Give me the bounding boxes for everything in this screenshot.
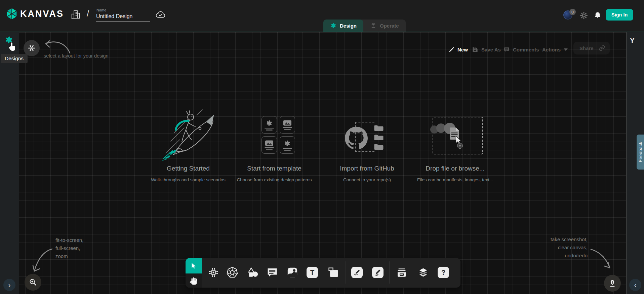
shapes-tool[interactable] [247, 267, 259, 278]
bell-icon[interactable] [594, 11, 602, 20]
save-icon [472, 46, 478, 53]
help-tool[interactable]: ? [438, 267, 449, 278]
header: KANVAS / Name [0, 0, 644, 32]
asterisk-layout-icon [28, 44, 36, 52]
template-card [261, 136, 277, 154]
cloud-saved-icon [155, 10, 166, 19]
import-drawer-tool[interactable] [396, 267, 407, 278]
components-tool[interactable] [208, 267, 219, 278]
github-icon[interactable] [345, 126, 368, 149]
pattern-swirl-icon [284, 140, 291, 147]
feedback-tab[interactable]: Feedback [637, 135, 644, 170]
breadcrumb-separator: / [87, 8, 89, 19]
actions-label: Actions [542, 47, 561, 52]
design-tab-icon [330, 22, 337, 29]
template-card [280, 116, 295, 134]
comment-icon [267, 267, 278, 278]
select-cursor-icon [190, 262, 197, 269]
organization-icon[interactable] [71, 9, 81, 20]
layout-hint-text: select a layout for your design [44, 53, 109, 59]
kubernetes-icon [227, 266, 238, 279]
zoom-button[interactable] [25, 274, 41, 291]
chevron-right-icon: › [8, 281, 11, 289]
card-title-template[interactable]: Start from template [224, 165, 325, 172]
card-title-getting-started[interactable]: Getting Started [138, 165, 239, 172]
tab-design-label: Design [340, 23, 357, 29]
card-title-drop-file[interactable]: Drop file or browse... [405, 165, 506, 172]
drawer-icon [396, 266, 407, 279]
image-tool[interactable] [287, 267, 298, 278]
image-thumbnail-icon [283, 120, 292, 126]
add-file-badge [457, 143, 463, 149]
layers-tool[interactable] [417, 267, 429, 278]
comments-icon [504, 46, 510, 53]
plus-icon [458, 144, 461, 147]
template-card [261, 116, 277, 134]
template-card [280, 136, 295, 154]
kanvas-app: KANVAS / Name [0, 0, 644, 294]
note-tool[interactable] [328, 267, 339, 278]
left-dock [0, 32, 19, 294]
pen-tool[interactable] [351, 267, 363, 278]
text-tool[interactable]: T [307, 267, 318, 278]
collapse-right-panel-button[interactable]: ‹ [629, 279, 641, 291]
comments-button[interactable]: Comments [504, 46, 539, 53]
zoom-hint-arrow [29, 248, 55, 274]
getting-started-illustration[interactable] [156, 108, 223, 161]
toolbar-divider [243, 261, 243, 284]
actions-dropdown[interactable]: Actions [542, 46, 568, 53]
corner-logo[interactable]: Y [630, 36, 635, 44]
canvas-actions-button[interactable] [604, 275, 621, 292]
save-as-button[interactable]: Save As [472, 46, 501, 53]
zoom-hint-text: fit-to-screen, full-screen, zoom [55, 236, 83, 260]
select-tool[interactable] [186, 258, 202, 273]
repo-folder-icon [374, 124, 384, 132]
designs-tooltip: Designs [1, 54, 28, 63]
tab-operate[interactable]: Operate [363, 20, 406, 32]
shapes-icon [247, 266, 259, 279]
comment-tool[interactable] [267, 267, 278, 278]
repo-folder-icon [374, 143, 384, 150]
expand-left-panel-button[interactable]: › [3, 279, 15, 291]
share-button[interactable]: Share [573, 42, 610, 54]
link-icon [599, 45, 605, 51]
notification-count-badge: 0 [569, 9, 576, 15]
design-name-input[interactable] [96, 13, 150, 22]
layout-button[interactable] [24, 40, 40, 56]
image-thumbnail-icon [265, 140, 274, 146]
comments-label: Comments [513, 47, 539, 52]
canvas-actions-hint-text: take screenshot, clear canvas, undo/redo [524, 235, 588, 260]
sign-in-button[interactable]: Sign In [606, 9, 633, 21]
kanvas-logo-icon[interactable] [5, 7, 18, 21]
pencil-sketch-icon [374, 268, 382, 277]
card-subtitle-drop-file: Files can be manifests, images, text... [401, 177, 509, 182]
tab-design[interactable]: Design [323, 20, 363, 32]
repo-folder-icon [374, 133, 384, 141]
note-icon [328, 267, 339, 278]
chevron-left-icon: ‹ [634, 281, 637, 289]
share-label: Share [579, 45, 594, 51]
pen-nib-icon [608, 279, 617, 288]
canvas-actions-hint-arrow [589, 248, 614, 271]
pencil-new-icon [448, 46, 454, 53]
pen-path-icon [353, 268, 361, 277]
gear-icon[interactable] [580, 12, 588, 19]
pointer-hand-cursor-icon [7, 42, 16, 52]
design-canvas[interactable]: Designs select a layout for your design [0, 32, 644, 294]
kubernetes-tool[interactable] [227, 267, 238, 278]
circuit-icon [208, 267, 219, 278]
card-title-github[interactable]: Import from GitHub [317, 165, 417, 172]
operate-tab-icon [370, 22, 377, 29]
pan-hand-tool[interactable] [189, 276, 199, 286]
image-icon [287, 267, 298, 278]
sketch-tool[interactable] [372, 267, 384, 278]
zoom-in-icon [29, 278, 37, 286]
design-name-label: Name [96, 8, 106, 12]
new-button[interactable]: New [448, 46, 468, 53]
app-title: KANVAS [20, 9, 64, 19]
card-subtitle-template: Choose from existing design patterns [220, 177, 328, 182]
template-illustration[interactable] [261, 116, 295, 154]
mode-tabs: Design Operate [323, 20, 406, 32]
toolbar-divider [202, 261, 202, 284]
new-label: New [457, 47, 468, 52]
